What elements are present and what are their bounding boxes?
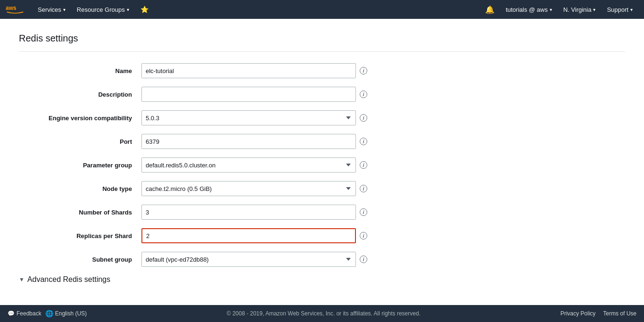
num-shards-row: Number of Shards i	[19, 205, 467, 220]
replicas-per-shard-row: Replicas per Shard i	[19, 228, 467, 243]
privacy-policy-link[interactable]: Privacy Policy	[561, 310, 596, 317]
num-shards-info-icon[interactable]: i	[360, 208, 367, 216]
description-input[interactable]	[141, 87, 356, 102]
parameter-group-select[interactable]: default.redis5.0.cluster.on	[141, 157, 356, 173]
support-label: Support	[607, 6, 628, 13]
port-input[interactable]	[141, 134, 356, 149]
node-type-select[interactable]: cache.t2.micro (0.5 GiB)	[141, 181, 356, 196]
resource-groups-chevron-icon: ▾	[127, 7, 129, 12]
subnet-group-control: default (vpc-ed72db88) i	[141, 252, 467, 267]
aws-logo[interactable]: aws	[6, 3, 25, 16]
language-label: English (US)	[55, 310, 87, 317]
advanced-section-title: Advanced Redis settings	[27, 275, 110, 284]
resource-groups-nav[interactable]: Resource Groups ▾	[71, 0, 135, 19]
engine-version-label: Engine version compatibility	[19, 115, 141, 122]
port-info-icon[interactable]: i	[360, 138, 367, 145]
description-control: i	[141, 87, 467, 102]
num-shards-control: i	[141, 205, 467, 220]
footer-left: 💬 Feedback 🌐 English (US)	[8, 310, 87, 317]
parameter-group-row: Parameter group default.redis5.0.cluster…	[19, 157, 467, 173]
name-row: Name i	[19, 63, 467, 78]
region-menu[interactable]: N. Virginia ▾	[558, 0, 602, 19]
navbar-left: aws Services ▾ Resource Groups ▾ ⭐	[6, 0, 154, 19]
terms-of-use-link[interactable]: Terms of Use	[603, 310, 636, 317]
redis-settings-form: Name i Description i Engine version comp…	[19, 63, 467, 267]
user-label: tutorials @ aws	[506, 6, 548, 13]
engine-version-control: 5.0.3 i	[141, 110, 467, 125]
port-label: Port	[19, 138, 141, 145]
advanced-section[interactable]: ▼ Advanced Redis settings	[19, 275, 625, 284]
node-type-row: Node type cache.t2.micro (0.5 GiB) i	[19, 181, 467, 196]
section-title: Redis settings	[19, 33, 625, 44]
resource-groups-label: Resource Groups	[77, 6, 125, 13]
name-info-icon[interactable]: i	[360, 67, 367, 74]
language-selector[interactable]: 🌐 English (US)	[45, 310, 87, 317]
port-control: i	[141, 134, 467, 149]
node-type-control: cache.t2.micro (0.5 GiB) i	[141, 181, 467, 196]
replicas-per-shard-control: i	[141, 228, 467, 243]
node-type-info-icon[interactable]: i	[360, 185, 367, 192]
user-menu[interactable]: tutorials @ aws ▾	[500, 0, 558, 19]
footer: 💬 Feedback 🌐 English (US) © 2008 - 2019,…	[0, 305, 644, 322]
globe-icon: 🌐	[45, 310, 53, 317]
subnet-group-label: Subnet group	[19, 256, 141, 263]
advanced-arrow-icon: ▼	[19, 276, 25, 283]
section-divider	[19, 51, 625, 52]
replicas-per-shard-label: Replicas per Shard	[19, 232, 141, 239]
main-content: Redis settings Name i Description i Engi…	[0, 19, 644, 305]
name-input[interactable]	[141, 63, 356, 78]
bookmark-icon[interactable]: ⭐	[135, 6, 154, 13]
navbar-right: 🔔 tutorials @ aws ▾ N. Virginia ▾ Suppor…	[479, 0, 638, 19]
parameter-group-control: default.redis5.0.cluster.on i	[141, 157, 467, 173]
description-row: Description i	[19, 87, 467, 102]
user-chevron-icon: ▾	[550, 7, 552, 12]
support-chevron-icon: ▾	[630, 7, 633, 12]
subnet-group-select[interactable]: default (vpc-ed72db88)	[141, 252, 356, 267]
replicas-per-shard-input[interactable]	[141, 228, 356, 243]
engine-version-info-icon[interactable]: i	[360, 114, 367, 122]
feedback-button[interactable]: 💬 Feedback	[8, 310, 41, 317]
num-shards-label: Number of Shards	[19, 209, 141, 216]
name-control: i	[141, 63, 467, 78]
description-info-icon[interactable]: i	[360, 91, 367, 98]
feedback-label: Feedback	[17, 310, 41, 317]
replicas-per-shard-info-icon[interactable]: i	[360, 232, 367, 239]
parameter-group-label: Parameter group	[19, 162, 141, 169]
num-shards-input[interactable]	[141, 205, 356, 220]
name-label: Name	[19, 67, 141, 74]
region-chevron-icon: ▾	[593, 7, 595, 12]
support-menu[interactable]: Support ▾	[601, 0, 638, 19]
description-label: Description	[19, 91, 141, 98]
subnet-group-row: Subnet group default (vpc-ed72db88) i	[19, 252, 467, 267]
parameter-group-info-icon[interactable]: i	[360, 161, 367, 169]
svg-text:aws: aws	[6, 5, 17, 11]
port-row: Port i	[19, 134, 467, 149]
feedback-icon: 💬	[8, 310, 15, 317]
services-label: Services	[38, 6, 61, 13]
engine-version-row: Engine version compatibility 5.0.3 i	[19, 110, 467, 125]
region-label: N. Virginia	[563, 6, 592, 13]
subnet-group-info-icon[interactable]: i	[360, 256, 367, 263]
services-nav[interactable]: Services ▾	[32, 0, 71, 19]
footer-copyright: © 2008 - 2019, Amazon Web Services, Inc.…	[87, 310, 561, 317]
services-chevron-icon: ▾	[63, 7, 66, 12]
notification-bell-icon[interactable]: 🔔	[479, 5, 500, 14]
engine-version-select[interactable]: 5.0.3	[141, 110, 356, 125]
node-type-label: Node type	[19, 185, 141, 192]
navbar: aws Services ▾ Resource Groups ▾ ⭐ 🔔 tut…	[0, 0, 644, 19]
footer-right: Privacy Policy Terms of Use	[561, 310, 636, 317]
